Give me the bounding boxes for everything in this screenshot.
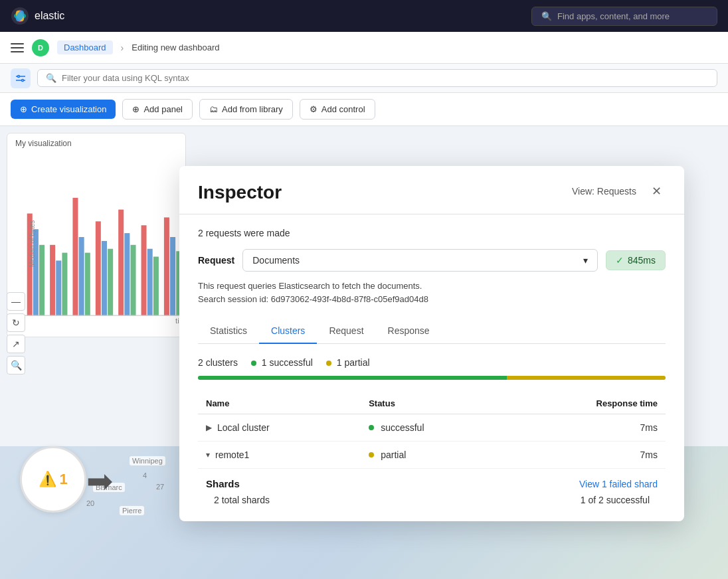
table-header-row: Name Status Response time — [198, 393, 666, 414]
svg-rect-24 — [124, 233, 130, 315]
chevron-down-icon: ▾ — [583, 255, 588, 266]
tab-response[interactable]: Response — [376, 319, 442, 344]
filter-bar: 🔍 — [0, 64, 728, 93]
user-avatar: D — [32, 39, 49, 56]
dashboard-toolbar: ⊕ Create visualization ⊕ Add panel 🗂 Add… — [0, 93, 728, 126]
search-placeholder: Find apps, content, and more — [557, 11, 670, 21]
clusters-summary: 2 clusters 1 successful 1 partial — [198, 357, 666, 368]
inspector-modal-header: Inspector View: Requests ✕ — [179, 166, 684, 214]
svg-rect-17 — [72, 198, 78, 315]
warning-badge[interactable]: ⚠️ 1 — [20, 446, 86, 513]
request-selected-value: Documents — [252, 255, 300, 266]
svg-rect-16 — [62, 253, 67, 316]
add-panel-icon: ⊕ — [132, 104, 139, 114]
cluster-response-local: 7ms — [507, 414, 666, 442]
svg-rect-22 — [108, 249, 113, 315]
progress-green — [198, 376, 507, 380]
svg-rect-15 — [56, 260, 61, 315]
map-number-4: 4 — [143, 471, 147, 479]
successful-count: 1 successful — [251, 357, 313, 368]
shards-label: Shards — [206, 478, 240, 489]
viz-chart-area: Median of bytes — [7, 151, 185, 337]
search-icon: 🔍 — [541, 11, 552, 21]
library-icon: 🗂 — [209, 104, 218, 114]
col-header-name: Name — [198, 393, 361, 414]
map-number-27: 27 — [156, 483, 164, 491]
table-row: ▶ Local cluster successful 7ms — [198, 414, 666, 442]
filter-options-button[interactable] — [11, 68, 31, 88]
chevron-down-icon[interactable]: ▾ — [206, 450, 210, 459]
svg-rect-14 — [50, 245, 55, 315]
app-name: elastic — [35, 10, 64, 22]
request-dropdown[interactable]: Documents ▾ — [242, 249, 598, 272]
yellow-dot — [326, 361, 331, 366]
elastic-logo-icon — [11, 7, 29, 25]
filter-icon — [15, 73, 26, 84]
clusters-table: Name Status Response time ▶ Local cluste… — [198, 393, 666, 469]
breadcrumb-dashboard-link[interactable]: Dashboard — [57, 41, 113, 54]
breadcrumb-separator: › — [121, 42, 124, 53]
add-control-button[interactable]: ⚙ Add control — [300, 99, 375, 120]
col-header-status: Status — [361, 393, 507, 414]
add-panel-button[interactable]: ⊕ Add panel — [122, 99, 193, 120]
breadcrumb-current-page: Editing new dashboard — [132, 42, 219, 52]
progress-yellow — [507, 376, 666, 380]
inspector-modal-body: 2 requests were made Request Documents ▾… — [179, 214, 684, 521]
svg-rect-19 — [85, 253, 90, 316]
svg-rect-13 — [39, 245, 45, 315]
svg-rect-29 — [164, 217, 169, 315]
response-time-badge: ✓ 845ms — [606, 250, 666, 270]
time-badge-value: 845ms — [628, 255, 656, 266]
cluster-name-local: ▶ Local cluster — [198, 414, 361, 442]
tab-clusters[interactable]: Clusters — [259, 319, 317, 344]
control-icon: ⚙ — [310, 104, 318, 114]
cluster-status-local: successful — [361, 414, 507, 442]
svg-point-6 — [22, 79, 24, 81]
kql-filter-input[interactable] — [62, 73, 709, 83]
tab-request[interactable]: Request — [317, 319, 375, 344]
svg-rect-27 — [147, 249, 153, 315]
request-description: This request queries Elasticsearch to fe… — [198, 280, 666, 305]
shards-total: 2 total shards — [206, 492, 278, 505]
map-label-winnipeg: Winnipeg — [130, 456, 165, 465]
bar-chart-svg: time — [23, 151, 186, 323]
chevron-right-icon[interactable]: ▶ — [206, 423, 212, 432]
warning-count: 1 — [59, 471, 67, 488]
svg-rect-25 — [131, 245, 136, 315]
cluster-response-remote1: 7ms — [507, 442, 666, 469]
svg-rect-18 — [79, 237, 84, 315]
shards-footer: 2 total shards 1 of 2 successful — [198, 489, 666, 508]
hamburger-menu[interactable] — [11, 41, 24, 54]
add-from-library-button[interactable]: 🗂 Add from library — [199, 99, 293, 120]
top-navigation: elastic 🔍 Find apps, content, and more — [0, 0, 728, 32]
tab-statistics[interactable]: Statistics — [198, 319, 259, 344]
warning-icon: ⚠️ — [39, 471, 56, 488]
global-search-bar[interactable]: 🔍 Find apps, content, and more — [531, 7, 717, 26]
modal-header-right: View: Requests ✕ — [572, 182, 666, 201]
kql-filter-input-wrap[interactable]: 🔍 — [37, 69, 717, 87]
request-label: Request — [198, 255, 234, 266]
y-axis-label: Median of bytes — [29, 220, 36, 268]
sidebar-controls: — ↻ ↗ 🔍 — [7, 292, 25, 374]
modal-close-button[interactable]: ✕ — [647, 182, 666, 201]
svg-rect-26 — [141, 225, 147, 315]
view-requests-label: View: Requests — [572, 186, 636, 197]
cluster-status-remote1: partial — [361, 442, 507, 469]
partial-count: 1 partial — [326, 357, 370, 368]
viz-panel-title: My visualization — [7, 133, 185, 151]
dashboard-canvas: My visualization Median of bytes — [0, 126, 728, 579]
cluster-progress-bar — [198, 376, 666, 380]
inspect-button[interactable]: 🔍 — [7, 356, 25, 374]
svg-rect-28 — [153, 257, 159, 316]
cluster-name-remote1: ▾ remote1 — [198, 442, 361, 469]
minimize-button[interactable]: — — [7, 292, 25, 311]
col-header-response-time: Response time — [507, 393, 666, 414]
arrow-indicator: ➡ — [86, 462, 113, 499]
create-visualization-button[interactable]: ⊕ Create visualization — [11, 100, 116, 119]
inspector-tabs: Statistics Clusters Request Response — [198, 319, 666, 344]
refresh-button[interactable]: ↻ — [7, 313, 25, 332]
expand-button[interactable]: ↗ — [7, 335, 25, 353]
requests-info: 2 requests were made — [198, 228, 666, 238]
view-failed-shard-link[interactable]: View 1 failed shard — [579, 479, 658, 489]
shards-success: 1 of 2 successful — [573, 492, 658, 505]
